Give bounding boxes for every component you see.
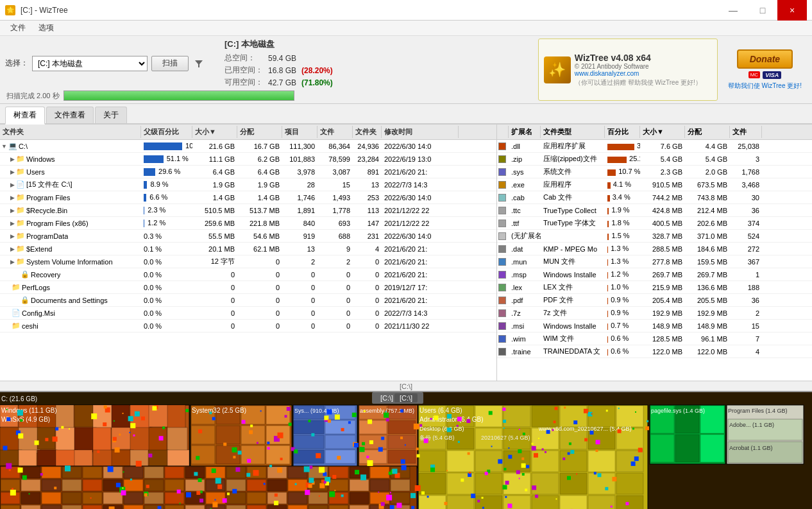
col-items[interactable]: 项目 <box>282 126 317 138</box>
row-dot <box>497 334 509 343</box>
expand-icon[interactable]: ▶ <box>10 246 15 252</box>
col-rsize[interactable]: 大小▼ <box>640 126 685 138</box>
expand-icon[interactable]: ▶ <box>10 156 15 162</box>
col-parent-pct[interactable]: 父级百分比 <box>141 126 192 138</box>
menu-file[interactable]: 文件 <box>5 21 31 35</box>
table-row[interactable]: ▶ 📁 Program Files (x86) 1.2 % 259.6 MB 2… <box>0 217 496 230</box>
row-type: 应用程序扩展 <box>541 141 605 151</box>
table-row[interactable]: ▶ 📁 $Recycle.Bin 2.3 % 510.5 MB 513.7 MB… <box>0 204 496 217</box>
expand-icon[interactable]: ▼ <box>1 143 7 150</box>
table-row[interactable]: .sys 系统文件 10.7 % 2.3 GB 2.0 GB 1,768 <box>497 166 812 178</box>
col-rfiles[interactable]: 文件 <box>730 126 762 138</box>
expand-icon[interactable]: ▶ <box>10 182 15 188</box>
table-row[interactable]: ▶ 📁 Program Files 6.6 % 1.4 GB 1.4 GB 1,… <box>0 191 496 204</box>
table-row[interactable]: 🔒 Documents and Settings 0.0 % 0 0 0 0 0… <box>0 294 496 307</box>
table-row[interactable]: .mun MUN 文件 1.3 % 277.8 MB 159.5 MB 367 <box>497 255 812 268</box>
table-row[interactable]: 📄 Config.Msi 0.0 % 0 0 0 0 0 2022/7/3 14… <box>0 307 496 320</box>
table-row[interactable]: .dat KMP - MPEG Mo 1.3 % 288.5 MB 184.6 … <box>497 243 812 255</box>
col-ext[interactable]: 扩展名 <box>509 126 541 138</box>
table-row[interactable]: .ttf TrueType 字体文 1.8 % 400.5 MB 202.6 M… <box>497 217 812 230</box>
expand-icon[interactable]: ▶ <box>10 233 15 239</box>
table-row[interactable]: ▶ 📁 System Volume Information 0.0 % 12 字… <box>0 255 496 268</box>
table-row[interactable]: .zip 压缩(zipped)文件 25.1 % 5.4 GB 5.4 GB 3 <box>497 153 812 166</box>
tab-tree[interactable]: 树查看 <box>5 107 45 125</box>
svg-rect-374 <box>337 456 341 460</box>
table-row[interactable]: .wim WIM 文件 0.6 % 128.5 MB 96.1 MB 7 <box>497 332 812 345</box>
svg-rect-474 <box>567 476 571 480</box>
row-name: ceshi <box>22 322 38 330</box>
table-row[interactable]: .msi Windows Installe 0.7 % 148.9 MB 148… <box>497 320 812 332</box>
table-row[interactable]: .msp Windows Installe 1.2 % 269.7 MB 269… <box>497 268 812 281</box>
donate-button[interactable]: Donate <box>737 49 793 69</box>
table-row[interactable]: .7z 7z 文件 0.9 % 192.9 MB 192.9 MB 2 <box>497 307 812 320</box>
col-rpct[interactable]: 百分比 <box>605 126 640 138</box>
maximize-button[interactable]: □ <box>748 0 777 21</box>
row-alloc: 159.5 MB <box>685 257 730 266</box>
col-folder[interactable]: 文件夹 <box>0 126 141 138</box>
table-row[interactable]: ▼ 💻 C:\ 100.0 % 21.6 GB 16.7 GB 111,300 … <box>0 140 496 153</box>
svg-rect-189 <box>165 479 184 491</box>
table-row[interactable]: .ttc TrueType Collect 1.9 % 424.8 MB 212… <box>497 204 812 217</box>
col-alloc[interactable]: 分配 <box>237 126 282 138</box>
table-row[interactable]: 🔒 Recovery 0.0 % 0 0 0 0 0 2021/6/20 21: <box>0 268 496 281</box>
close-button[interactable]: × <box>777 0 807 21</box>
row-name: $Extend <box>26 245 52 253</box>
filter-icon[interactable] <box>192 57 205 70</box>
col-files[interactable]: 文件 <box>317 126 353 138</box>
svg-rect-497 <box>542 449 544 451</box>
row-alloc: 184.6 MB <box>685 245 730 254</box>
table-row[interactable]: .dll 应用程序扩展 35.3 % 7.6 GB 4.4 GB 25,038 <box>497 140 812 153</box>
table-row[interactable]: 📁 ceshi 0.0 % 0 0 0 0 0 2021/11/30 22 <box>0 320 496 332</box>
svg-rect-308 <box>246 473 250 477</box>
col-ralloc[interactable]: 分配 <box>685 126 730 138</box>
menu-options[interactable]: 选项 <box>33 21 59 35</box>
row-folders: 13 <box>353 180 382 189</box>
table-row[interactable]: .cab Cab 文件 3.4 % 744.2 MB 743.8 MB 30 <box>497 191 812 204</box>
table-row[interactable]: ▶ 📁 $Extend 0.1 % 20.1 MB 62.1 MB 13 9 4… <box>0 243 496 255</box>
svg-rect-389 <box>180 503 181 504</box>
svg-rect-234 <box>267 505 287 509</box>
logo-url[interactable]: www.diskanalyzer.com <box>575 70 702 77</box>
row-files: 367 <box>730 257 762 266</box>
drive-select[interactable]: [C:] 本地磁盘 <box>32 56 148 71</box>
expand-icon[interactable]: ▶ <box>10 169 15 175</box>
minimize-button[interactable]: — <box>718 0 748 21</box>
table-row[interactable]: ▶ 📄 [15 文件在 C:\] 8.9 % 1.9 GB 1.9 GB 28 … <box>0 178 496 191</box>
tab-about[interactable]: 关于 <box>95 107 127 123</box>
table-row[interactable]: .lex LEX 文件 1.0 % 215.9 MB 136.6 MB 188 <box>497 281 812 294</box>
row-dot <box>497 283 509 292</box>
scan-button[interactable]: 扫描 <box>151 56 189 71</box>
folder-icon: 📁 <box>16 257 25 266</box>
svg-rect-369 <box>53 436 58 442</box>
svg-rect-383 <box>209 411 212 414</box>
svg-rect-165 <box>83 467 102 478</box>
expand-icon[interactable]: ▶ <box>10 220 15 227</box>
table-row[interactable]: .pdf PDF 文件 0.9 % 205.4 MB 205.5 MB 36 <box>497 294 812 307</box>
svg-rect-129 <box>560 473 587 494</box>
col-modified[interactable]: 修改时间 <box>382 126 459 138</box>
table-row[interactable]: .traine TRAINEDDATA 文 0.6 % 122.0 MB 122… <box>497 345 812 358</box>
table-row[interactable]: .exe 应用程序 4.1 % 910.5 MB 673.5 MB 3,468 <box>497 178 812 191</box>
expand-icon[interactable]: ▶ <box>10 194 15 201</box>
col-type[interactable]: 文件类型 <box>541 126 605 138</box>
svg-rect-62 <box>241 426 265 444</box>
col-folders[interactable]: 文件夹 <box>353 126 382 138</box>
svg-rect-427 <box>144 493 148 496</box>
table-row[interactable]: ▶ 📁 Users 29.6 % 6.4 GB 6.4 GB 3,978 3,0… <box>0 166 496 178</box>
col-size[interactable]: 大小▼ <box>192 126 237 138</box>
treemap[interactable]: [C:\] Windows (11.1 GB)WinSxS (4.9 GB)Sy… <box>0 391 812 509</box>
expand-icon[interactable]: ▶ <box>10 259 15 265</box>
row-pct: 0.1 % <box>141 245 192 254</box>
row-type: TrueType Collect <box>541 206 605 215</box>
svg-rect-291 <box>295 483 297 485</box>
table-row[interactable]: ▶ 📁 Windows 51.1 % 11.1 GB 6.2 GB 101,88… <box>0 153 496 166</box>
donate-help[interactable]: 帮助我们使 WizTree 更好! <box>728 82 802 91</box>
expand-icon[interactable]: ▶ <box>10 207 15 214</box>
svg-rect-238 <box>350 505 369 509</box>
title-controls[interactable]: — □ × <box>718 0 807 21</box>
table-row[interactable]: ▶ 📁 ProgramData 0.3 % 55.5 MB 54.6 MB 91… <box>0 230 496 243</box>
table-row[interactable]: (无扩展名) 1.5 % 328.7 MB 371.0 MB 524 <box>497 230 812 243</box>
svg-rect-365 <box>128 416 133 421</box>
tab-file[interactable]: 文件查看 <box>46 107 94 123</box>
table-row[interactable]: 📁 PerfLogs 0.0 % 0 0 0 0 0 2019/12/7 17: <box>0 281 496 294</box>
